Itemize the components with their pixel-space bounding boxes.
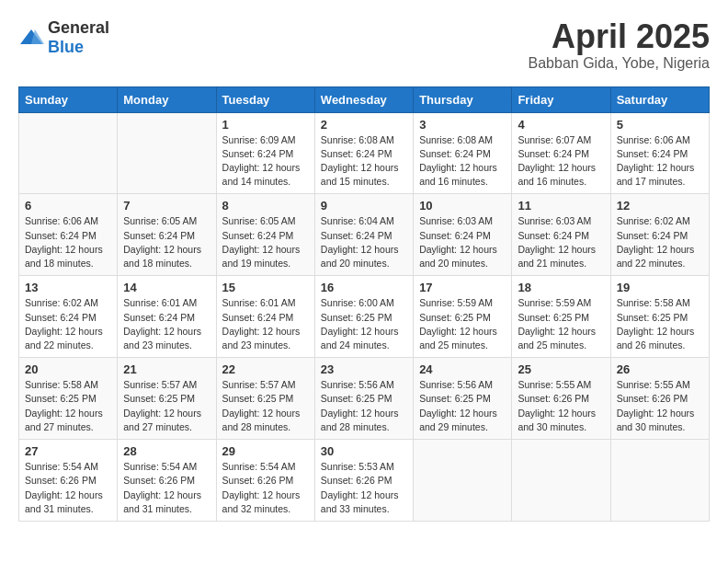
day-info: Sunrise: 6:07 AM Sunset: 6:24 PM Dayligh…: [518, 133, 604, 190]
day-info: Sunrise: 6:02 AM Sunset: 6:24 PM Dayligh…: [25, 296, 111, 352]
day-number: 4: [518, 118, 604, 132]
day-number: 24: [419, 362, 506, 376]
calendar-header-row: SundayMondayTuesdayWednesdayThursdayFrid…: [19, 86, 710, 112]
day-number: 3: [419, 118, 506, 132]
calendar-cell: 2Sunrise: 6:08 AM Sunset: 6:24 PM Daylig…: [314, 112, 413, 194]
calendar-cell: 21Sunrise: 5:57 AM Sunset: 6:25 PM Dayli…: [118, 358, 216, 440]
day-info: Sunrise: 6:06 AM Sunset: 6:24 PM Dayligh…: [25, 214, 111, 270]
calendar-week-row: 13Sunrise: 6:02 AM Sunset: 6:24 PM Dayli…: [19, 276, 710, 358]
svg-marker-1: [31, 29, 44, 44]
day-info: Sunrise: 6:08 AM Sunset: 6:24 PM Dayligh…: [419, 133, 506, 190]
day-info: Sunrise: 6:01 AM Sunset: 6:24 PM Dayligh…: [123, 296, 210, 352]
day-info: Sunrise: 6:05 AM Sunset: 6:24 PM Dayligh…: [222, 214, 309, 270]
day-info: Sunrise: 6:08 AM Sunset: 6:24 PM Dayligh…: [321, 133, 407, 190]
day-number: 25: [518, 362, 604, 376]
calendar-cell: 30Sunrise: 5:53 AM Sunset: 6:26 PM Dayli…: [314, 440, 413, 522]
calendar-week-row: 1Sunrise: 6:09 AM Sunset: 6:24 PM Daylig…: [19, 112, 710, 194]
day-info: Sunrise: 6:03 AM Sunset: 6:24 PM Dayligh…: [419, 214, 506, 270]
day-header: Monday: [118, 86, 216, 112]
calendar-cell: 1Sunrise: 6:09 AM Sunset: 6:24 PM Daylig…: [216, 112, 314, 194]
day-number: 27: [25, 444, 111, 458]
day-info: Sunrise: 5:59 AM Sunset: 6:25 PM Dayligh…: [419, 296, 506, 352]
location-title: Babban Gida, Yobe, Nigeria: [529, 55, 710, 72]
calendar-cell: 24Sunrise: 5:56 AM Sunset: 6:25 PM Dayli…: [414, 358, 512, 440]
day-info: Sunrise: 5:57 AM Sunset: 6:25 PM Dayligh…: [222, 378, 309, 434]
calendar-cell: 22Sunrise: 5:57 AM Sunset: 6:25 PM Dayli…: [216, 358, 314, 440]
day-number: 28: [123, 444, 210, 458]
calendar-cell: 26Sunrise: 5:55 AM Sunset: 6:26 PM Dayli…: [610, 358, 709, 440]
day-header: Saturday: [610, 86, 709, 112]
day-number: 23: [321, 362, 407, 376]
day-info: Sunrise: 5:58 AM Sunset: 6:25 PM Dayligh…: [617, 296, 703, 352]
calendar-cell: 6Sunrise: 6:06 AM Sunset: 6:24 PM Daylig…: [19, 194, 118, 276]
day-number: 16: [321, 281, 407, 294]
day-info: Sunrise: 6:03 AM Sunset: 6:24 PM Dayligh…: [518, 214, 604, 270]
day-header: Friday: [512, 86, 610, 112]
calendar-cell: [414, 440, 512, 522]
calendar-cell: 18Sunrise: 5:59 AM Sunset: 6:25 PM Dayli…: [512, 276, 610, 358]
day-info: Sunrise: 5:54 AM Sunset: 6:26 PM Dayligh…: [25, 460, 111, 516]
calendar-cell: 27Sunrise: 5:54 AM Sunset: 6:26 PM Dayli…: [19, 440, 118, 522]
calendar-cell: [610, 440, 709, 522]
page-header: General Blue April 2025 Babban Gida, Yob…: [18, 18, 710, 72]
calendar-cell: 20Sunrise: 5:58 AM Sunset: 6:25 PM Dayli…: [19, 358, 118, 440]
calendar-cell: 5Sunrise: 6:06 AM Sunset: 6:24 PM Daylig…: [610, 112, 709, 194]
day-info: Sunrise: 5:55 AM Sunset: 6:26 PM Dayligh…: [518, 378, 604, 434]
day-number: 10: [419, 199, 506, 213]
calendar-cell: 17Sunrise: 5:59 AM Sunset: 6:25 PM Dayli…: [414, 276, 512, 358]
day-number: 2: [321, 118, 407, 132]
day-number: 17: [419, 281, 506, 294]
logo-icon: [18, 28, 44, 48]
calendar-week-row: 20Sunrise: 5:58 AM Sunset: 6:25 PM Dayli…: [19, 358, 710, 440]
calendar-cell: 29Sunrise: 5:54 AM Sunset: 6:26 PM Dayli…: [216, 440, 314, 522]
day-info: Sunrise: 6:06 AM Sunset: 6:24 PM Dayligh…: [617, 133, 703, 190]
calendar-cell: 25Sunrise: 5:55 AM Sunset: 6:26 PM Dayli…: [512, 358, 610, 440]
calendar-cell: 11Sunrise: 6:03 AM Sunset: 6:24 PM Dayli…: [512, 194, 610, 276]
day-number: 8: [222, 199, 309, 213]
day-number: 30: [321, 444, 407, 458]
day-number: 12: [617, 199, 703, 213]
calendar-cell: 15Sunrise: 6:01 AM Sunset: 6:24 PM Dayli…: [216, 276, 314, 358]
day-number: 29: [222, 444, 309, 458]
day-number: 5: [617, 118, 703, 132]
day-number: 22: [222, 362, 309, 376]
day-number: 11: [518, 199, 604, 213]
day-number: 26: [617, 362, 703, 376]
day-number: 6: [25, 199, 111, 213]
day-info: Sunrise: 5:53 AM Sunset: 6:26 PM Dayligh…: [321, 460, 407, 516]
logo-blue: Blue: [48, 38, 84, 56]
day-number: 1: [222, 118, 309, 132]
day-info: Sunrise: 5:54 AM Sunset: 6:26 PM Dayligh…: [222, 460, 309, 516]
day-number: 15: [222, 281, 309, 294]
day-info: Sunrise: 5:59 AM Sunset: 6:25 PM Dayligh…: [518, 296, 604, 352]
calendar-cell: 4Sunrise: 6:07 AM Sunset: 6:24 PM Daylig…: [512, 112, 610, 194]
title-area: April 2025 Babban Gida, Yobe, Nigeria: [529, 18, 710, 72]
day-number: 20: [25, 362, 111, 376]
day-info: Sunrise: 5:54 AM Sunset: 6:26 PM Dayligh…: [123, 460, 210, 516]
day-number: 18: [518, 281, 604, 294]
day-info: Sunrise: 5:55 AM Sunset: 6:26 PM Dayligh…: [617, 378, 703, 434]
logo: General Blue: [18, 18, 109, 57]
day-info: Sunrise: 6:05 AM Sunset: 6:24 PM Dayligh…: [123, 214, 210, 270]
logo-general: General: [48, 18, 109, 37]
calendar-cell: 7Sunrise: 6:05 AM Sunset: 6:24 PM Daylig…: [118, 194, 216, 276]
calendar-cell: 12Sunrise: 6:02 AM Sunset: 6:24 PM Dayli…: [610, 194, 709, 276]
calendar-cell: [118, 112, 216, 194]
day-info: Sunrise: 5:57 AM Sunset: 6:25 PM Dayligh…: [123, 378, 210, 434]
calendar-cell: 16Sunrise: 6:00 AM Sunset: 6:25 PM Dayli…: [314, 276, 413, 358]
month-title: April 2025: [529, 18, 710, 55]
day-number: 7: [123, 199, 210, 213]
day-header: Thursday: [414, 86, 512, 112]
calendar-cell: 19Sunrise: 5:58 AM Sunset: 6:25 PM Dayli…: [610, 276, 709, 358]
day-number: 9: [321, 199, 407, 213]
day-info: Sunrise: 6:04 AM Sunset: 6:24 PM Dayligh…: [321, 214, 407, 270]
day-info: Sunrise: 6:00 AM Sunset: 6:25 PM Dayligh…: [321, 296, 407, 352]
day-info: Sunrise: 6:09 AM Sunset: 6:24 PM Dayligh…: [222, 133, 309, 190]
calendar-cell: 28Sunrise: 5:54 AM Sunset: 6:26 PM Dayli…: [118, 440, 216, 522]
calendar-cell: 10Sunrise: 6:03 AM Sunset: 6:24 PM Dayli…: [414, 194, 512, 276]
day-number: 13: [25, 281, 111, 294]
calendar-cell: [19, 112, 118, 194]
calendar-cell: 9Sunrise: 6:04 AM Sunset: 6:24 PM Daylig…: [314, 194, 413, 276]
calendar-body: 1Sunrise: 6:09 AM Sunset: 6:24 PM Daylig…: [19, 112, 710, 521]
day-info: Sunrise: 5:58 AM Sunset: 6:25 PM Dayligh…: [25, 378, 111, 434]
